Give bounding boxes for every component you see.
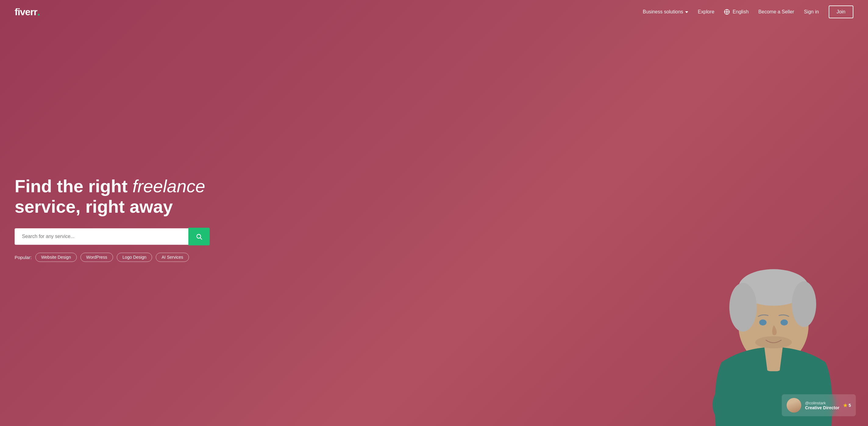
nav-links: Business solutions Explore English Becom… — [643, 5, 854, 18]
language-label: English — [733, 9, 748, 14]
join-button[interactable]: Join — [829, 5, 854, 18]
user-card: @colinstark Creative Director ★ 5 — [782, 394, 856, 416]
user-rating: ★ 5 — [843, 402, 851, 408]
sign-in-label: Sign in — [804, 9, 819, 14]
search-input[interactable] — [14, 229, 188, 245]
hero-title-italic: freelance — [132, 176, 206, 196]
logo-text: fiverr — [14, 6, 37, 18]
user-handle: @colinstark — [805, 401, 839, 405]
svg-point-8 — [755, 336, 792, 348]
star-icon: ★ — [843, 402, 847, 408]
logo-dot: . — [37, 5, 40, 18]
explore-label: Explore — [698, 9, 714, 14]
business-solutions-nav[interactable]: Business solutions — [643, 9, 688, 14]
search-container — [14, 228, 210, 246]
person-illustration — [697, 64, 850, 426]
search-button[interactable] — [188, 228, 210, 246]
hero-title-part1: Find the right — [14, 176, 132, 196]
language-nav[interactable]: English — [724, 9, 748, 14]
svg-line-10 — [200, 238, 202, 240]
avatar — [786, 398, 801, 413]
business-solutions-label: Business solutions — [643, 9, 683, 14]
explore-nav[interactable]: Explore — [698, 9, 714, 14]
hero-content: Find the right freelance service, right … — [14, 176, 210, 262]
hero-title: Find the right freelance service, right … — [14, 176, 210, 217]
hero-image-area: @colinstark Creative Director ★ 5 — [391, 0, 868, 426]
become-seller-label: Become a Seller — [758, 9, 794, 14]
become-seller-nav[interactable]: Become a Seller — [758, 9, 794, 14]
user-info: @colinstark Creative Director — [805, 401, 839, 410]
hero-section: fiverr. Business solutions Explore Engli… — [0, 0, 868, 426]
svg-point-6 — [759, 320, 767, 326]
popular-tag-website-design[interactable]: Website Design — [35, 253, 77, 262]
svg-point-5 — [792, 281, 816, 327]
popular-section: Popular: Website Design WordPress Logo D… — [14, 253, 210, 262]
popular-tag-ai-services[interactable]: AI Services — [156, 253, 189, 262]
globe-icon — [724, 9, 730, 14]
search-icon — [196, 234, 203, 240]
rating-value: 5 — [848, 403, 851, 408]
navbar: fiverr. Business solutions Explore Engli… — [0, 0, 868, 24]
hero-title-part2: service, right away — [14, 196, 173, 216]
sign-in-nav[interactable]: Sign in — [804, 9, 819, 14]
chevron-down-icon — [685, 11, 688, 13]
popular-tag-logo-design[interactable]: Logo Design — [117, 253, 152, 262]
popular-label: Popular: — [14, 255, 32, 260]
popular-tag-wordpress[interactable]: WordPress — [81, 253, 113, 262]
logo[interactable]: fiverr. — [14, 5, 40, 18]
user-title: Creative Director — [805, 405, 839, 410]
avatar-image — [786, 398, 801, 413]
svg-point-7 — [780, 320, 788, 326]
svg-point-4 — [729, 283, 757, 332]
